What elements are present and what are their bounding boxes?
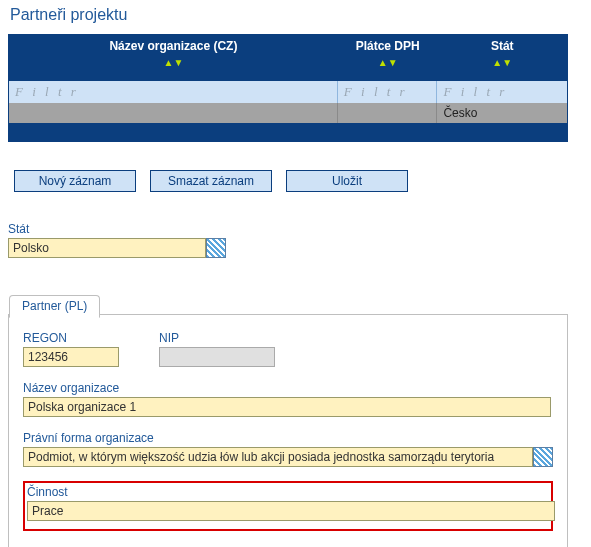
org-label: Název organizace [23, 381, 553, 395]
legal-field-group: Právní forma organizace Podmiot, w który… [23, 431, 553, 467]
page-title: Partneři projektu [10, 6, 583, 24]
legal-label: Právní forma organizace [23, 431, 553, 445]
regon-field-group: REGON 123456 [23, 331, 119, 367]
table-header: Název organizace (CZ) ▲▼ Plátce DPH ▲▼ S… [9, 35, 567, 81]
col-header-org-label: Název organizace (CZ) [109, 39, 237, 53]
partner-tab-panel: Partner (PL) REGON 123456 NIP Název orga… [8, 314, 568, 547]
org-field-group: Název organizace Polska organizace 1 [23, 381, 553, 417]
sort-icons[interactable]: ▲▼ [164, 55, 184, 69]
partner-table: Název organizace (CZ) ▲▼ Plátce DPH ▲▼ S… [8, 34, 568, 142]
new-record-button[interactable]: Nový záznam [14, 170, 136, 192]
org-input[interactable]: Polska organizace 1 [23, 397, 551, 417]
legal-picker-button[interactable] [533, 447, 553, 467]
activity-label: Činnost [27, 485, 549, 499]
filter-org[interactable]: F i l t r [9, 81, 338, 103]
regon-label: REGON [23, 331, 119, 345]
stat-input[interactable]: Polsko [8, 238, 206, 258]
col-header-country[interactable]: Stát ▲▼ [437, 35, 567, 69]
filter-placeholder: F i l t r [9, 84, 79, 100]
filter-row: F i l t r F i l t r F i l t r [9, 81, 567, 103]
table-footer-bar [9, 123, 567, 141]
regon-input[interactable]: 123456 [23, 347, 119, 367]
tab-partner-pl[interactable]: Partner (PL) [9, 295, 100, 318]
filter-placeholder: F i l t r [338, 84, 408, 100]
col-header-vat[interactable]: Plátce DPH ▲▼ [338, 35, 438, 69]
activity-highlight-box: Činnost Prace [23, 481, 553, 531]
save-button[interactable]: Uložit [286, 170, 408, 192]
nip-field-group: NIP [159, 331, 275, 367]
stat-label: Stát [8, 222, 583, 236]
delete-record-button[interactable]: Smazat záznam [150, 170, 272, 192]
sort-icons[interactable]: ▲▼ [492, 55, 512, 69]
cell-vat [338, 103, 438, 123]
sort-icons[interactable]: ▲▼ [378, 55, 398, 69]
cell-country: Česko [437, 103, 567, 123]
stat-picker-button[interactable] [206, 238, 226, 258]
col-header-vat-label: Plátce DPH [356, 39, 420, 53]
activity-field-group: Činnost Prace [27, 485, 549, 521]
filter-placeholder: F i l t r [437, 84, 507, 100]
table-row[interactable]: Česko [9, 103, 567, 123]
cell-org [9, 103, 338, 123]
col-header-org[interactable]: Název organizace (CZ) ▲▼ [9, 35, 338, 69]
legal-input[interactable]: Podmiot, w którym większość udzia łów lu… [23, 447, 533, 467]
nip-label: NIP [159, 331, 275, 345]
filter-country[interactable]: F i l t r [437, 81, 567, 103]
filter-vat[interactable]: F i l t r [338, 81, 438, 103]
stat-field-group: Stát Polsko [8, 222, 583, 258]
activity-input[interactable]: Prace [27, 501, 555, 521]
button-row: Nový záznam Smazat záznam Uložit [14, 170, 583, 192]
col-header-country-label: Stát [491, 39, 514, 53]
nip-input[interactable] [159, 347, 275, 367]
